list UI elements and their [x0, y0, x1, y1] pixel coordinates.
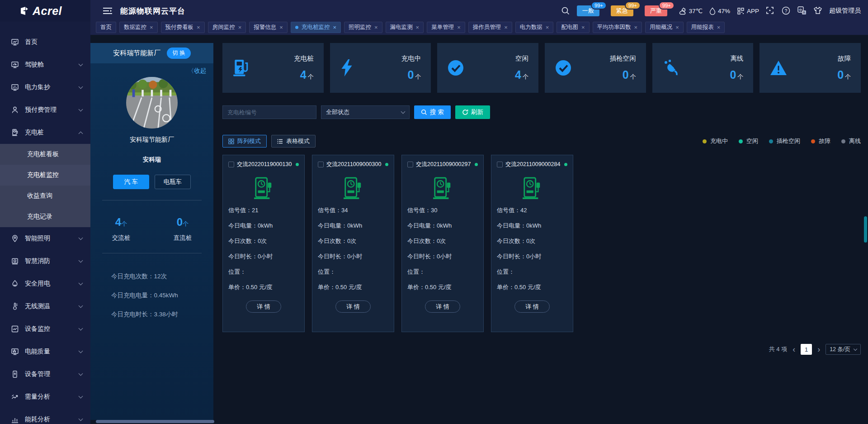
ebike-tab-button[interactable]: 电瓶车	[155, 175, 191, 189]
device-count: 今日次数：0次	[497, 233, 567, 249]
status-select[interactable]: 全部状态	[321, 105, 410, 119]
close-icon[interactable]: ×	[546, 24, 549, 30]
theme-shirt-icon[interactable]	[813, 6, 822, 15]
tab-operator-mgmt[interactable]: 操作员管理×	[468, 22, 512, 33]
sidebar-item-cockpit[interactable]: 驾驶舱	[0, 53, 90, 76]
sidebar-item-prepaid[interactable]: 预付费管理	[0, 99, 90, 121]
sidebar-item-charging-records[interactable]: 充电记录	[0, 206, 90, 227]
close-icon[interactable]: ×	[634, 24, 638, 30]
sidebar-item-fire-safety[interactable]: 智慧消防	[0, 250, 90, 272]
tab-leakage-monitor[interactable]: 漏电监测×	[386, 22, 424, 33]
detail-button[interactable]: 详 情	[425, 300, 460, 313]
sidebar-item-charging-pile[interactable]: 充电桩	[0, 121, 90, 144]
close-icon[interactable]: ×	[416, 24, 420, 30]
gun-number-input[interactable]	[222, 105, 316, 119]
collapse-panel-link[interactable]: 〈收起	[90, 63, 213, 75]
current-user[interactable]: 超级管理员	[829, 7, 861, 15]
sidebar-item-revenue-query[interactable]: 收益查询	[0, 186, 90, 206]
detail-button[interactable]: 详 情	[335, 300, 371, 313]
tab-power-factor[interactable]: 平均功率因数×	[593, 22, 642, 33]
device-signal: 信号值：34	[318, 203, 388, 218]
detail-button[interactable]: 详 情	[246, 300, 281, 313]
close-icon[interactable]: ×	[717, 24, 721, 30]
tab-pile-monitor-active[interactable]: 充电桩监控×	[291, 22, 341, 33]
sidebar-item-demand-analysis[interactable]: 需量分析	[0, 386, 90, 408]
device-signal: 信号值：42	[497, 203, 567, 218]
close-icon[interactable]: ×	[457, 24, 461, 30]
sidebar-item-lighting[interactable]: 智能照明	[0, 227, 90, 250]
alarm-badge-critical[interactable]: 严重 99+	[645, 5, 667, 16]
prev-page-icon[interactable]: ‹	[793, 345, 795, 353]
next-page-icon[interactable]: ›	[817, 345, 820, 353]
grid-mode-button[interactable]: 阵列模式	[222, 135, 267, 148]
vertical-scrollbar-thumb[interactable]	[864, 216, 867, 243]
device-status-dot	[296, 163, 299, 166]
table-mode-button[interactable]: 表格模式	[271, 135, 316, 148]
device-energy: 今日电量：0kWh	[318, 218, 388, 233]
close-icon[interactable]: ×	[581, 24, 585, 30]
device-checkbox[interactable]	[318, 162, 324, 167]
close-icon[interactable]: ×	[279, 24, 283, 30]
device-card: 交流20211009000284 信号值：42 今日电量：0kWh 今日次数：0…	[491, 155, 573, 332]
page-number[interactable]: 1	[801, 344, 812, 355]
switch-station-button[interactable]: 切 换	[167, 48, 190, 59]
device-checkbox[interactable]	[228, 162, 234, 167]
refresh-button[interactable]: 刷新	[455, 105, 490, 119]
logo-text: Acrel	[33, 5, 62, 18]
menu-collapse-icon[interactable]	[103, 7, 112, 14]
sidebar-item-safe-power[interactable]: 安全用电	[0, 272, 90, 295]
legend-charging: 充电中	[703, 137, 728, 145]
svg-text:?: ?	[785, 9, 788, 14]
sidebar-item-home[interactable]: 首页	[0, 31, 90, 53]
device-checkbox[interactable]	[407, 162, 413, 167]
sidebar-item-pile-monitor[interactable]: 充电桩监控	[0, 165, 90, 186]
page-size-select[interactable]: 12 条/页	[826, 344, 861, 355]
close-icon[interactable]: ×	[197, 24, 200, 30]
car-tab-button[interactable]: 汽 车	[113, 175, 149, 189]
device-location: 位置：	[318, 264, 388, 280]
sidebar-item-device-mgmt[interactable]: 设备管理	[0, 363, 90, 386]
tab-distribution-diagram[interactable]: 配电图×	[557, 22, 589, 33]
device-cards-grid: 交流20220119000130 信号值：21 今日电量：0kWh 今日次数：0…	[222, 155, 861, 332]
close-icon[interactable]: ×	[238, 24, 242, 30]
sidebar-item-wireless-temp[interactable]: 无线测温	[0, 295, 90, 318]
device-serial: 交流20220119000130	[237, 161, 292, 168]
waveform-icon	[11, 348, 19, 356]
close-icon[interactable]: ×	[504, 24, 508, 30]
close-icon[interactable]: ×	[374, 24, 378, 30]
today-charge-count: 今日充电次数：12次	[111, 272, 213, 281]
device-checkbox[interactable]	[497, 162, 503, 167]
device-location: 位置：	[497, 264, 567, 280]
device-price: 单价：0.50 元/度	[497, 280, 567, 295]
search-icon[interactable]	[561, 6, 570, 15]
tab-alarm-info[interactable]: 报警信息×	[249, 22, 288, 33]
sidebar-item-power-reading[interactable]: 电力集抄	[0, 76, 90, 99]
dashboard-icon	[11, 61, 19, 69]
detail-button[interactable]: 详 情	[514, 300, 550, 313]
horizontal-scrollbar-thumb[interactable]	[96, 420, 214, 423]
help-icon[interactable]: ?	[782, 6, 791, 15]
tab-energy-overview[interactable]: 用能概况×	[645, 22, 684, 33]
tab-room-monitor[interactable]: 房间监控×	[208, 22, 246, 33]
close-icon[interactable]: ×	[333, 24, 336, 30]
search-button[interactable]: 搜 索	[414, 105, 451, 119]
sidebar-item-pile-dashboard[interactable]: 充电桩看板	[0, 144, 90, 165]
sidebar-item-power-quality[interactable]: 电能质量	[0, 340, 90, 363]
alarm-badge-general[interactable]: 一般 99+	[577, 5, 599, 16]
tab-menu-mgmt[interactable]: 菜单管理×	[427, 22, 465, 33]
sidebar-item-device-monitor[interactable]: 设备监控	[0, 318, 90, 340]
tab-home[interactable]: 首页	[96, 22, 116, 33]
fullscreen-icon[interactable]	[766, 6, 775, 15]
language-icon[interactable]: 中A	[797, 6, 807, 15]
alarm-badge-urgent[interactable]: 紧急 99+	[611, 5, 633, 16]
tab-lighting-monitor[interactable]: 照明监控×	[344, 22, 382, 33]
close-icon[interactable]: ×	[675, 24, 679, 30]
sidebar-item-energy-analysis[interactable]: 能耗分析	[0, 408, 90, 424]
tab-energy-report[interactable]: 用能报表×	[687, 22, 725, 33]
tab-power-data[interactable]: 电力数据×	[515, 22, 554, 33]
tab-data-monitor[interactable]: 数据监控×	[119, 22, 158, 33]
app-qr[interactable]: APP	[737, 7, 759, 15]
tab-prepaid-board[interactable]: 预付费看板×	[161, 22, 205, 33]
close-icon[interactable]: ×	[150, 24, 153, 30]
main-content: 充电桩 4个 充电中 0个 空闲 4个 插枪空闲 0个	[213, 35, 868, 424]
